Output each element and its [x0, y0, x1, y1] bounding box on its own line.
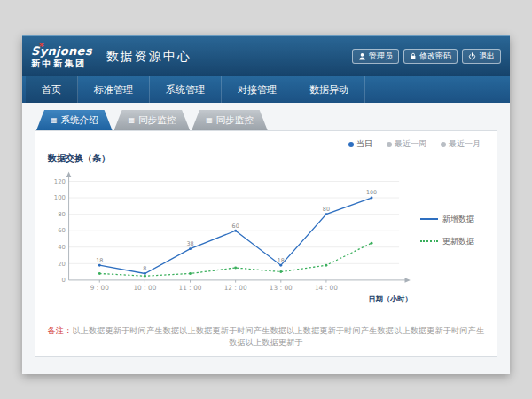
svg-text:13：00: 13：00: [270, 284, 293, 292]
svg-text:100: 100: [54, 194, 66, 201]
svg-text:80: 80: [323, 206, 330, 213]
svg-text:18: 18: [278, 257, 285, 264]
svg-text:14：00: 14：00: [315, 284, 338, 292]
power-icon: [468, 52, 476, 60]
user-icon: [358, 52, 366, 60]
tab-3[interactable]: ▦同步监控: [192, 110, 268, 130]
svg-text:40: 40: [58, 244, 66, 251]
nav-menu: 首页标准管理系统管理对接管理数据异动: [22, 76, 510, 103]
legend-top: 当日最近一周最近一月: [46, 138, 481, 150]
change-password-button[interactable]: 修改密码: [403, 49, 458, 64]
admin-button-label: 管理员: [369, 52, 393, 60]
legend-dot-icon: [387, 142, 392, 147]
svg-text:100: 100: [366, 189, 377, 196]
svg-text:8: 8: [143, 265, 146, 272]
svg-text:38: 38: [186, 240, 193, 247]
time-filter-label: 当日: [356, 138, 372, 150]
footnote-label: 备注：: [48, 326, 73, 335]
line-chart: 0204060801001209：0010：0011：0012：0013：001…: [46, 167, 419, 311]
series-legend: 新增数据更新数据: [419, 214, 484, 247]
logout-button[interactable]: 退出: [462, 49, 501, 64]
chart-panel: 当日最近一周最近一月 数据交换（条） 0204060801001209：0010…: [35, 130, 497, 357]
svg-text:10：00: 10：00: [133, 284, 156, 292]
tab-grid-icon: ▦: [206, 117, 213, 124]
svg-text:80: 80: [58, 211, 66, 218]
nav-item-3[interactable]: 系统管理: [150, 76, 222, 103]
chart-row: 0204060801001209：0010：0011：0012：0013：001…: [46, 167, 486, 311]
svg-text:20: 20: [58, 261, 66, 268]
svg-text:60: 60: [232, 223, 239, 230]
logo-wordmark: Synjones *: [31, 45, 92, 57]
series-legend-label: 更新数据: [442, 236, 474, 247]
svg-text:120: 120: [54, 178, 66, 185]
tab-label: 同步监控: [216, 114, 254, 127]
series-legend-item-2[interactable]: 更新数据: [420, 236, 484, 247]
time-filter-1[interactable]: 当日: [348, 138, 372, 150]
logo-subtitle: 新中新集团: [31, 59, 92, 68]
time-filter-label: 最近一月: [449, 138, 481, 150]
footnote: 备注：以上数据更新于时间产生数据以上数据更新于时间产生数据以上数据更新于时间产生…: [46, 325, 486, 348]
app-title: 数据资源中心: [106, 49, 192, 65]
nav-item-4[interactable]: 对接管理: [222, 76, 293, 103]
nav-item-2[interactable]: 标准管理: [78, 76, 150, 103]
footnote-text: 以上数据更新于时间产生数据以上数据更新于时间产生数据以上数据更新于时间产生数据以…: [72, 326, 484, 347]
tab-2[interactable]: ▦同步监控: [114, 110, 191, 130]
header: Synjones * 新中新集团 数据资源中心 管理员 修改密码: [22, 35, 510, 76]
tab-1[interactable]: ▦系统介绍: [36, 110, 113, 130]
time-filter-2[interactable]: 最近一周: [387, 138, 426, 150]
svg-text:11：00: 11：00: [179, 284, 202, 292]
legend-dot-icon: [441, 142, 446, 147]
header-actions: 管理员 修改密码 退出: [352, 49, 501, 64]
svg-text:日期（小时）: 日期（小时）: [368, 294, 411, 303]
lock-icon: [410, 52, 417, 60]
tab-grid-icon: ▦: [129, 117, 136, 124]
change-password-button-label: 修改密码: [419, 52, 451, 60]
nav-item-5[interactable]: 数据异动: [293, 76, 365, 103]
time-filter-3[interactable]: 最近一月: [441, 138, 481, 150]
content-area: ▦系统介绍▦同步监控▦同步监控 当日最近一周最近一月 数据交换（条） 02040…: [22, 103, 510, 374]
series-line-sample-icon: [420, 240, 438, 242]
time-filter-label: 最近一周: [395, 138, 426, 150]
logout-button-label: 退出: [479, 52, 495, 60]
series-legend-item-1[interactable]: 新增数据: [420, 214, 484, 225]
tab-label: 系统介绍: [61, 114, 98, 127]
svg-text:60: 60: [58, 227, 66, 234]
y-axis-title: 数据交换（条）: [48, 153, 486, 165]
app-window: Synjones * 新中新集团 数据资源中心 管理员 修改密码: [22, 35, 510, 374]
svg-text:9：00: 9：00: [90, 284, 110, 292]
line-chart-svg: 0204060801001209：0010：0011：0012：0013：001…: [46, 167, 419, 308]
svg-text:12：00: 12：00: [224, 284, 247, 292]
series-legend-label: 新增数据: [442, 214, 474, 225]
desktop-background: Synjones * 新中新集团 数据资源中心 管理员 修改密码: [0, 0, 532, 399]
legend-dot-icon: [348, 142, 354, 147]
tab-grid-icon: ▦: [51, 117, 58, 124]
svg-text:18: 18: [96, 257, 103, 264]
tab-label: 同步监控: [138, 114, 176, 127]
tab-strip: ▦系统介绍▦同步监控▦同步监控: [36, 110, 497, 130]
logo: Synjones * 新中新集团: [31, 45, 92, 68]
nav-item-1[interactable]: 首页: [26, 76, 78, 103]
series-line-sample-icon: [420, 218, 438, 220]
svg-text:0: 0: [62, 277, 66, 284]
admin-button[interactable]: 管理员: [352, 49, 399, 64]
logo-star-icon: *: [39, 41, 44, 52]
